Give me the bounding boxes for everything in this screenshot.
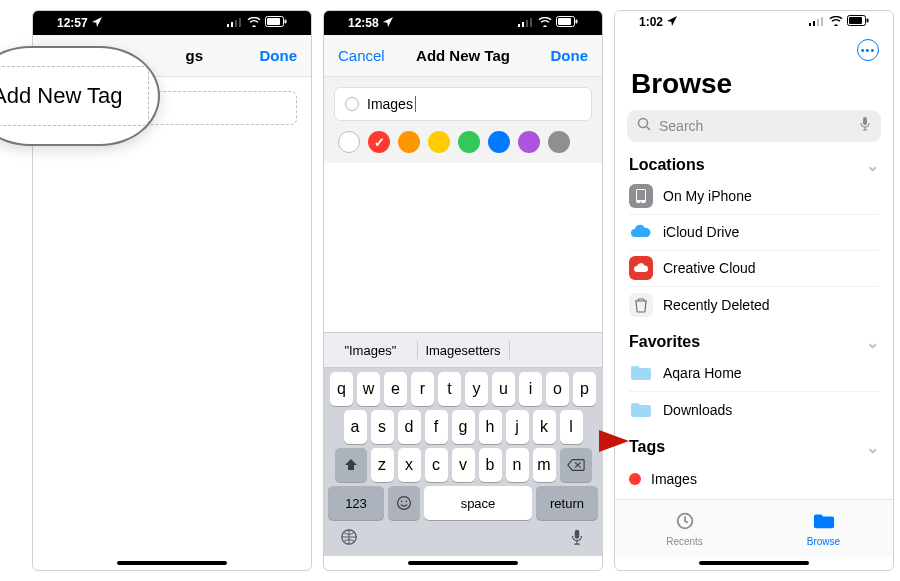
keyboard-suggestion-1[interactable]: Imagesetters <box>417 333 510 367</box>
home-indicator[interactable] <box>615 557 893 570</box>
location-creative-cloud[interactable]: Creative Cloud <box>629 251 879 287</box>
keyboard-key-z[interactable]: z <box>371 448 394 482</box>
svg-point-15 <box>401 501 403 503</box>
keyboard-key-r[interactable]: r <box>411 372 434 406</box>
chevron-down-icon[interactable]: ⌄ <box>866 156 879 175</box>
keyboard-key-s[interactable]: s <box>371 410 394 444</box>
tag-color-blue[interactable] <box>488 131 510 153</box>
svg-rect-25 <box>867 19 869 23</box>
row-label: Creative Cloud <box>663 260 756 276</box>
keyboard-key-v[interactable]: v <box>452 448 475 482</box>
row-label: Images <box>651 471 697 487</box>
keyboard-key-b[interactable]: b <box>479 448 502 482</box>
keyboard-key-y[interactable]: y <box>465 372 488 406</box>
keyboard-key-u[interactable]: u <box>492 372 515 406</box>
iphone-icon <box>629 184 653 208</box>
keyboard-key-l[interactable]: l <box>560 410 583 444</box>
location-services-icon <box>383 16 393 30</box>
tag-color-grey[interactable] <box>548 131 570 153</box>
tag-color-orange[interactable] <box>398 131 420 153</box>
nav-title: Add New Tag <box>392 47 534 64</box>
keyboard-key-f[interactable]: f <box>425 410 448 444</box>
magnifier-callout: Add New Tag <box>0 46 160 146</box>
tag-name-input[interactable]: Images <box>334 87 592 121</box>
keyboard-dictation-key[interactable] <box>568 528 586 550</box>
done-button[interactable]: Done <box>243 47 297 64</box>
cancel-button[interactable]: Cancel <box>338 47 392 64</box>
nav-bar: ••• <box>615 34 893 66</box>
dictation-icon[interactable] <box>859 116 871 135</box>
keyboard-key-x[interactable]: x <box>398 448 421 482</box>
page-title: Browse <box>615 66 893 110</box>
keyboard-key-o[interactable]: o <box>546 372 569 406</box>
keyboard-space-key[interactable]: space <box>424 486 532 520</box>
tab-browse[interactable]: Browse <box>754 500 893 557</box>
keyboard-emoji-key[interactable] <box>388 486 420 520</box>
chevron-down-icon[interactable]: ⌄ <box>866 438 879 457</box>
done-button[interactable]: Done <box>534 47 588 64</box>
location-on-my-iphone[interactable]: On My iPhone <box>629 179 879 215</box>
section-title: Locations <box>629 156 705 174</box>
keyboard-key-d[interactable]: d <box>398 410 421 444</box>
chevron-down-icon[interactable]: ⌄ <box>866 333 879 352</box>
status-time: 12:57 <box>57 16 88 30</box>
keyboard-key-g[interactable]: g <box>452 410 475 444</box>
svg-rect-24 <box>849 17 862 24</box>
tag-color-picker <box>324 131 602 163</box>
keyboard-key-q[interactable]: q <box>330 372 353 406</box>
keyboard-key-p[interactable]: p <box>573 372 596 406</box>
location-recently-deleted[interactable]: Recently Deleted <box>629 287 879 323</box>
svg-rect-13 <box>576 20 578 24</box>
screen2-enter-tag-name: 12:58 Cancel Add New Tag Done <box>323 10 603 571</box>
keyboard-key-c[interactable]: c <box>425 448 448 482</box>
tag-form-area <box>33 77 311 556</box>
home-indicator[interactable] <box>324 556 602 570</box>
tag-color-red[interactable] <box>368 131 390 153</box>
keyboard-key-e[interactable]: e <box>384 372 407 406</box>
favorite-aqara-home[interactable]: Aqara Home <box>629 356 879 392</box>
keyboard-backspace-key[interactable] <box>560 448 592 482</box>
tab-recents[interactable]: Recents <box>615 500 754 557</box>
tag-color-purple[interactable] <box>518 131 540 153</box>
svg-rect-1 <box>231 22 233 27</box>
tag-color-green[interactable] <box>458 131 480 153</box>
keyboard-shift-key[interactable] <box>335 448 367 482</box>
svg-rect-7 <box>518 24 520 27</box>
tag-name-value: Images <box>367 96 413 112</box>
keyboard-suggestion-0[interactable]: "Images" <box>324 333 417 367</box>
text-caret <box>415 96 416 112</box>
keyboard-return-key[interactable]: return <box>536 486 598 520</box>
keyboard-key-k[interactable]: k <box>533 410 556 444</box>
keyboard-key-w[interactable]: w <box>357 372 380 406</box>
keyboard-mode-key[interactable]: 123 <box>328 486 384 520</box>
keyboard-key-i[interactable]: i <box>519 372 542 406</box>
home-indicator[interactable] <box>33 556 311 570</box>
tag-images[interactable]: Images <box>629 461 879 497</box>
more-options-button[interactable]: ••• <box>857 39 879 61</box>
keyboard-key-j[interactable]: j <box>506 410 529 444</box>
folder-icon <box>629 398 653 422</box>
svg-rect-22 <box>821 17 823 26</box>
tab-bar: Recents Browse <box>615 499 893 557</box>
tag-color-yellow[interactable] <box>428 131 450 153</box>
nav-bar: Cancel Add New Tag Done <box>324 35 602 77</box>
svg-rect-2 <box>235 20 237 27</box>
search-input[interactable]: Search <box>627 110 881 142</box>
screen3-files-browse: 1:02 ••• Browse <box>614 10 894 571</box>
location-icloud-drive[interactable]: iCloud Drive <box>629 215 879 251</box>
svg-rect-12 <box>558 18 571 25</box>
svg-rect-18 <box>575 530 580 539</box>
keyboard-globe-key[interactable] <box>340 528 358 550</box>
keyboard-key-h[interactable]: h <box>479 410 502 444</box>
keyboard-suggestion-2[interactable] <box>509 333 602 367</box>
keyboard-key-m[interactable]: m <box>533 448 556 482</box>
tag-color-none[interactable] <box>338 131 360 153</box>
location-services-icon <box>92 16 102 30</box>
keyboard-key-n[interactable]: n <box>506 448 529 482</box>
svg-rect-19 <box>809 23 811 26</box>
favorite-downloads[interactable]: Downloads <box>629 392 879 428</box>
svg-rect-20 <box>813 21 815 26</box>
keyboard-key-t[interactable]: t <box>438 372 461 406</box>
keyboard-key-a[interactable]: a <box>344 410 367 444</box>
battery-icon <box>265 16 287 30</box>
